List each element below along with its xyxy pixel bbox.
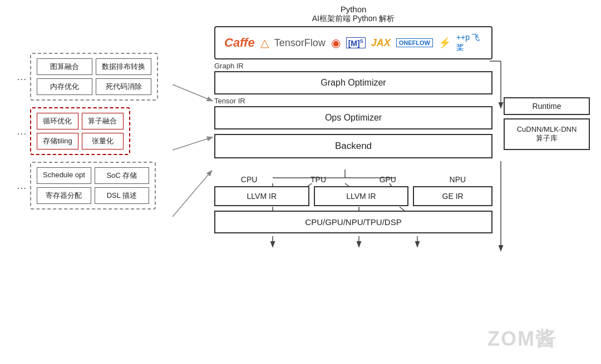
schedule-opt-box: Schedule opt SoC 存储 寄存器分配 DSL 描述 xyxy=(30,162,156,210)
cpu-label: CPU xyxy=(241,175,258,184)
cell-dead-code: 死代码消除 xyxy=(96,78,151,95)
tpu-label: TPU xyxy=(311,175,326,184)
bottom-label: CPU/GPU/NPU/TPU/DSP xyxy=(305,217,401,227)
bottom-box: CPU/GPU/NPU/TPU/DSP xyxy=(214,211,492,233)
graph-optimizer-box: Graph Optimizer xyxy=(214,71,492,94)
cell-graph-fusion: 图算融合 xyxy=(37,58,92,75)
bolt-icon: ⚡ xyxy=(439,37,451,49)
graph-ir-label: Graph IR xyxy=(214,62,492,70)
graph-opt-box: 图算融合 数据排布转换 内存优化 死代码消除 xyxy=(30,53,158,101)
llvm-ir-box-2: LLVM IR xyxy=(314,186,409,206)
svg-line-23 xyxy=(173,138,210,150)
cell-op-fusion: 算子融合 xyxy=(82,113,124,129)
left-panel: … 图算融合 数据排布转换 内存优化 死代码消除 … 循环优化 算子融合 存储t… xyxy=(17,53,158,210)
cell-data-layout: 数据排布转换 xyxy=(96,58,151,75)
mxnet-label: [M]S xyxy=(346,37,366,49)
oneflow-label: ONEFLOW xyxy=(396,38,433,47)
cell-schedule-opt: Schedule opt xyxy=(37,167,91,184)
tensorflow-label: TensorFlow xyxy=(274,37,326,49)
cell-loop-opt: 循环优化 xyxy=(37,113,78,129)
jax-label: JAX xyxy=(371,37,391,49)
npu-label: NPU xyxy=(450,175,466,184)
framework-box: Caffe △ TensorFlow ◉ [M]S JAX ONEFLOW ⚡ … xyxy=(214,26,492,59)
python-label: Python xyxy=(214,4,492,14)
ir-row: LLVM IR LLVM IR GE IR xyxy=(214,186,492,206)
dots2: … xyxy=(17,126,27,137)
runtime-inner-label: CuDNN/MLK-DNN算子库 xyxy=(517,125,577,142)
ops-optimizer-box: Ops Optimizer xyxy=(214,106,492,129)
tf-icon: △ xyxy=(260,36,269,49)
cell-dsl: DSL 描述 xyxy=(95,187,149,204)
ge-ir-box: GE IR xyxy=(413,186,492,206)
pytorch-icon: ◉ xyxy=(331,36,341,49)
svg-line-24 xyxy=(173,172,210,217)
dots1: … xyxy=(17,71,27,83)
dots3: … xyxy=(17,180,27,192)
cell-soc-mem: SoC 存储 xyxy=(95,167,149,184)
cell-mem-opt: 内存优化 xyxy=(37,78,92,95)
tensor-ir-label: Tensor IR xyxy=(214,97,492,105)
runtime-title-box: Runtime xyxy=(504,97,590,115)
backend-box: Backend xyxy=(214,134,492,158)
cell-reg-alloc: 寄存器分配 xyxy=(37,187,91,204)
cell-mem-tiling: 存储tiling xyxy=(37,133,78,149)
runtime-inner-box: CuDNN/MLK-DNN算子库 xyxy=(504,118,590,150)
llvm-ir-box-1: LLVM IR xyxy=(214,186,309,206)
python-subtitle: AI框架前端 Python 解析 xyxy=(214,14,492,24)
main-flow: Python AI框架前端 Python 解析 Caffe △ TensorFl… xyxy=(214,4,492,233)
cell-vectorize: 张量化 xyxy=(82,133,124,149)
runtime-panel: Runtime CuDNN/MLK-DNN算子库 xyxy=(504,97,590,150)
svg-line-22 xyxy=(173,84,210,100)
python-header: Python AI框架前端 Python 解析 xyxy=(214,4,492,24)
diagram-container: … 图算融合 数据排布转换 内存优化 死代码消除 … 循环优化 算子融合 存储t… xyxy=(0,0,601,364)
paddle-label: ++p 飞桨 xyxy=(456,33,482,53)
tensor-opt-box: 循环优化 算子融合 存储tiling 张量化 xyxy=(30,107,130,155)
caffe-label: Caffe xyxy=(224,36,255,50)
watermark: ZOM酱 xyxy=(487,326,556,353)
gpu-label: GPU xyxy=(380,175,396,184)
